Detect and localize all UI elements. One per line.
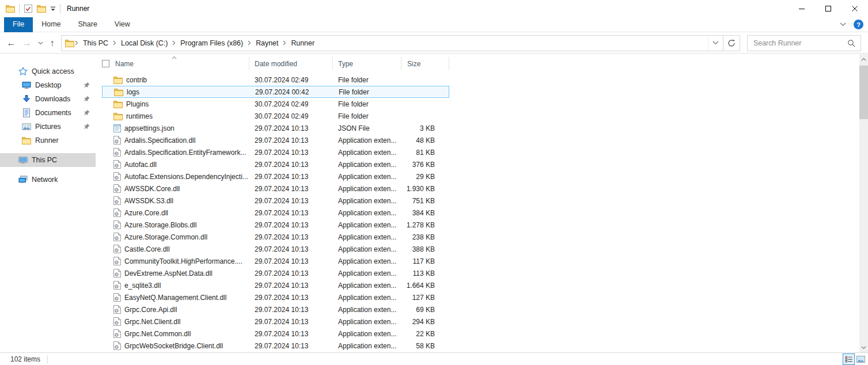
file-type: Application exten... — [333, 136, 401, 145]
file-name: GrpcWebSocketBridge.Client.dll — [124, 342, 223, 350]
maximize-button[interactable] — [815, 0, 842, 17]
refresh-button[interactable] — [723, 35, 740, 51]
date-modified: 30.07.2024 02:49 — [249, 100, 333, 108]
table-row[interactable]: Plugins30.07.2024 02:49File folder — [102, 98, 449, 110]
sidebar-item-pictures[interactable]: Pictures — [0, 120, 96, 134]
sidebar-item-network[interactable]: Network — [0, 173, 96, 187]
customize-quick-access-icon[interactable] — [50, 6, 56, 12]
breadcrumb-item[interactable]: This PC — [79, 36, 112, 51]
sidebar-item-quick-access[interactable]: Quick access — [0, 64, 96, 78]
date-modified: 29.07.2024 10:13 — [249, 233, 333, 241]
tab-file[interactable]: File — [4, 17, 33, 32]
breadcrumb-item[interactable]: Program Files (x86) — [176, 36, 247, 51]
file-size: 22 KB — [401, 330, 449, 338]
address-bar[interactable]: This PCLocal Disk (C:)Program Files (x86… — [61, 35, 723, 51]
date-modified: 29.07.2024 00:42 — [250, 88, 333, 96]
recent-locations-icon[interactable] — [38, 41, 43, 45]
breadcrumb-chevron-icon[interactable] — [247, 40, 252, 45]
table-row[interactable]: runtimes30.07.2024 02:49File folder — [102, 110, 449, 122]
sidebar-item-downloads[interactable]: Downloads — [0, 92, 96, 106]
properties-icon[interactable] — [24, 4, 33, 13]
date-modified: 29.07.2024 10:13 — [249, 124, 333, 132]
table-row[interactable]: Grpc.Core.Api.dll29.07.2024 10:13Applica… — [102, 303, 449, 315]
tab-share[interactable]: Share — [70, 17, 106, 32]
tab-home[interactable]: Home — [33, 17, 69, 32]
thumbnail-view-button[interactable] — [855, 353, 867, 365]
sidebar-item-desktop[interactable]: Desktop — [0, 78, 96, 92]
details-view-button[interactable] — [843, 353, 855, 365]
table-row[interactable]: Azure.Core.dll29.07.2024 10:13Applicatio… — [102, 207, 449, 219]
table-row[interactable]: Ardalis.Specification.EntityFramework...… — [102, 146, 449, 158]
table-row[interactable]: Castle.Core.dll29.07.2024 10:13Applicati… — [102, 243, 449, 255]
back-button[interactable]: ← — [6, 39, 16, 48]
expand-ribbon-icon[interactable] — [840, 22, 846, 26]
table-row[interactable]: contrib30.07.2024 02:49File folder — [102, 74, 449, 86]
forward-button[interactable]: → — [22, 39, 32, 48]
dll-file-icon — [113, 245, 121, 253]
search-input[interactable] — [748, 39, 847, 47]
file-type: Application exten... — [333, 318, 401, 326]
table-row[interactable]: Ardalis.Specification.dll29.07.2024 10:1… — [102, 134, 449, 146]
file-name: Castle.Core.dll — [124, 245, 170, 253]
address-dropdown-icon[interactable] — [708, 36, 723, 51]
sidebar-item-documents[interactable]: Documents — [0, 106, 96, 120]
new-folder-icon[interactable] — [37, 5, 46, 13]
help-icon[interactable]: ? — [854, 20, 863, 29]
vertical-scrollbar[interactable] — [859, 54, 868, 352]
breadcrumb-chevron-icon[interactable] — [112, 40, 117, 45]
ribbon-tab-bar: File Home Share View ? — [0, 17, 868, 32]
select-all-checkbox[interactable] — [102, 60, 109, 67]
column-header-size[interactable]: Size — [401, 57, 449, 70]
file-type: Application exten... — [333, 149, 401, 157]
table-row[interactable]: DevExtreme.AspNet.Data.dll29.07.2024 10:… — [102, 267, 449, 279]
table-row[interactable]: e_sqlite3.dll29.07.2024 10:13Application… — [102, 279, 449, 291]
table-row[interactable]: appsettings.json29.07.2024 10:13JSON Fil… — [102, 122, 449, 134]
file-size: 294 KB — [401, 318, 449, 326]
close-button[interactable] — [842, 0, 868, 17]
table-row[interactable]: EasyNetQ.Management.Client.dll29.07.2024… — [102, 291, 449, 303]
tab-view[interactable]: View — [106, 17, 139, 32]
breadcrumb-item[interactable]: Raynet — [252, 36, 282, 51]
breadcrumb-chevron-icon[interactable] — [172, 40, 176, 45]
table-row[interactable]: CommunityToolkit.HighPerformance....29.0… — [102, 255, 449, 267]
minimize-button[interactable] — [789, 0, 815, 17]
sidebar-item-this-pc[interactable]: This PC — [0, 153, 96, 167]
breadcrumb-chevron-icon[interactable] — [282, 40, 287, 45]
table-row[interactable]: GrpcWebSocketBridge.Client.dll29.07.2024… — [102, 340, 449, 352]
scrollbar-thumb[interactable] — [859, 66, 868, 119]
file-type: Application exten... — [333, 282, 401, 290]
window-controls — [789, 0, 868, 17]
scroll-down-icon[interactable] — [859, 343, 868, 352]
table-row[interactable]: Grpc.Net.Common.dll29.07.2024 10:13Appli… — [102, 328, 449, 340]
table-row[interactable]: AWSSDK.S3.dll29.07.2024 10:13Application… — [102, 195, 449, 207]
date-modified: 29.07.2024 10:13 — [249, 342, 333, 350]
column-header-type[interactable]: Type — [333, 57, 401, 70]
column-header-date-modified[interactable]: Date modified — [249, 57, 333, 70]
file-size: 376 KB — [401, 161, 449, 169]
this-pc-icon — [18, 155, 28, 165]
breadcrumb-chevron-icon[interactable] — [74, 40, 79, 45]
file-size: 69 KB — [401, 306, 449, 314]
column-header-name[interactable]: Name — [102, 57, 249, 70]
table-row[interactable]: Azure.Storage.Common.dll29.07.2024 10:13… — [102, 231, 449, 243]
table-row[interactable]: Autofac.Extensions.DependencyInjecti...2… — [102, 170, 449, 182]
file-type: Application exten... — [333, 257, 401, 265]
sidebar-item-runner[interactable]: Runner — [0, 134, 96, 147]
up-button[interactable]: ↑ — [50, 39, 55, 48]
breadcrumb: This PCLocal Disk (C:)Program Files (x86… — [74, 36, 319, 51]
date-modified: 29.07.2024 10:13 — [249, 330, 333, 338]
table-row[interactable]: Grpc.Net.Client.dll29.07.2024 10:13Appli… — [102, 315, 449, 328]
table-row[interactable]: AWSSDK.Core.dll29.07.2024 10:13Applicati… — [102, 182, 449, 195]
table-row[interactable]: Azure.Storage.Blobs.dll29.07.2024 10:13A… — [102, 219, 449, 231]
breadcrumb-item[interactable]: Local Disk (C:) — [117, 36, 172, 51]
breadcrumb-item[interactable]: Runner — [287, 36, 319, 51]
dll-file-icon — [113, 160, 121, 169]
scroll-up-icon[interactable] — [859, 54, 868, 64]
pin-icon — [84, 123, 90, 131]
file-type: Application exten... — [333, 294, 401, 302]
date-modified: 29.07.2024 10:13 — [249, 294, 333, 302]
table-row[interactable]: logs29.07.2024 00:42File folder — [102, 86, 449, 98]
date-modified: 30.07.2024 02:49 — [249, 76, 333, 84]
table-row[interactable]: Autofac.dll29.07.2024 10:13Application e… — [102, 158, 449, 170]
file-name: Grpc.Net.Client.dll — [124, 318, 180, 326]
